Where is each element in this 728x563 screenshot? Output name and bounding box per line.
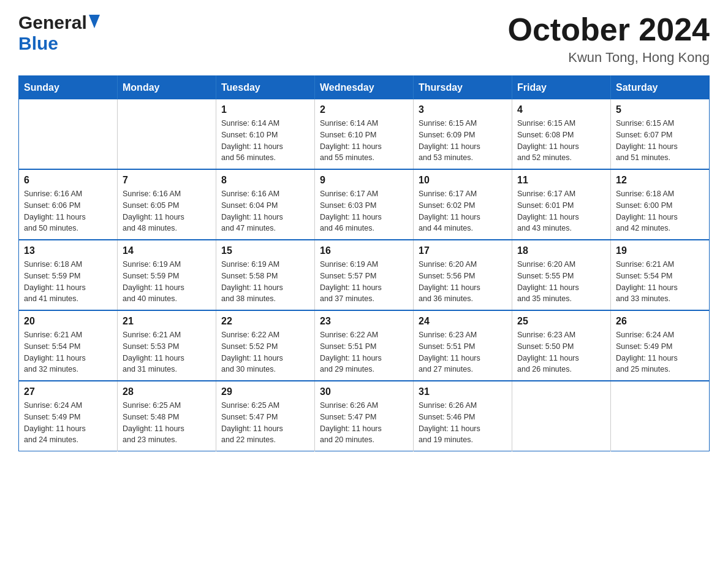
calendar-cell: 19Sunrise: 6:21 AMSunset: 5:54 PMDayligh… — [611, 240, 710, 310]
logo-arrow-icon — [89, 15, 100, 31]
day-number: 14 — [123, 245, 211, 256]
day-number: 24 — [419, 316, 507, 327]
day-info: Sunrise: 6:25 AMSunset: 5:48 PMDaylight:… — [123, 400, 211, 446]
day-info: Sunrise: 6:21 AMSunset: 5:54 PMDaylight:… — [616, 259, 704, 305]
calendar-cell: 22Sunrise: 6:22 AMSunset: 5:52 PMDayligh… — [216, 310, 315, 381]
calendar-cell: 6Sunrise: 6:16 AMSunset: 6:06 PMDaylight… — [19, 169, 118, 240]
day-number: 19 — [616, 245, 704, 256]
day-number: 22 — [221, 316, 309, 327]
day-info: Sunrise: 6:19 AMSunset: 5:58 PMDaylight:… — [221, 259, 309, 305]
day-number: 28 — [123, 386, 211, 397]
day-number: 9 — [320, 175, 408, 186]
calendar-week-row: 6Sunrise: 6:16 AMSunset: 6:06 PMDaylight… — [19, 169, 710, 240]
logo-general-text: General — [18, 12, 87, 33]
day-number: 18 — [517, 245, 605, 256]
calendar-cell: 31Sunrise: 6:26 AMSunset: 5:46 PMDayligh… — [414, 381, 512, 451]
day-info: Sunrise: 6:19 AMSunset: 5:57 PMDaylight:… — [320, 259, 408, 305]
calendar-cell: 2Sunrise: 6:14 AMSunset: 6:10 PMDaylight… — [315, 99, 414, 169]
day-number: 20 — [24, 316, 112, 327]
page-header: General Blue October 2024 Kwun Tong, Hon… — [18, 12, 710, 66]
calendar-cell: 10Sunrise: 6:17 AMSunset: 6:02 PMDayligh… — [414, 169, 512, 240]
calendar-cell: 15Sunrise: 6:19 AMSunset: 5:58 PMDayligh… — [216, 240, 315, 310]
title-block: October 2024 Kwun Tong, Hong Kong — [508, 12, 710, 66]
month-title: October 2024 — [508, 12, 710, 47]
day-info: Sunrise: 6:22 AMSunset: 5:51 PMDaylight:… — [320, 329, 408, 375]
calendar-header: SundayMondayTuesdayWednesdayThursdayFrid… — [19, 76, 710, 100]
calendar-cell: 29Sunrise: 6:25 AMSunset: 5:47 PMDayligh… — [216, 381, 315, 451]
day-info: Sunrise: 6:23 AMSunset: 5:51 PMDaylight:… — [419, 329, 507, 375]
day-number: 13 — [24, 245, 112, 256]
calendar-cell: 16Sunrise: 6:19 AMSunset: 5:57 PMDayligh… — [315, 240, 414, 310]
day-of-week-tuesday: Tuesday — [216, 76, 315, 100]
day-info: Sunrise: 6:18 AMSunset: 6:00 PMDaylight:… — [616, 188, 704, 234]
day-number: 16 — [320, 245, 408, 256]
day-info: Sunrise: 6:19 AMSunset: 5:59 PMDaylight:… — [123, 259, 211, 305]
day-number: 23 — [320, 316, 408, 327]
calendar-cell: 7Sunrise: 6:16 AMSunset: 6:05 PMDaylight… — [118, 169, 216, 240]
day-number: 26 — [616, 316, 704, 327]
day-number: 25 — [517, 316, 605, 327]
day-info: Sunrise: 6:16 AMSunset: 6:05 PMDaylight:… — [123, 188, 211, 234]
days-of-week-row: SundayMondayTuesdayWednesdayThursdayFrid… — [19, 76, 710, 100]
day-of-week-saturday: Saturday — [611, 76, 710, 100]
day-info: Sunrise: 6:24 AMSunset: 5:49 PMDaylight:… — [616, 329, 704, 375]
svg-marker-0 — [89, 15, 100, 28]
day-info: Sunrise: 6:16 AMSunset: 6:04 PMDaylight:… — [221, 188, 309, 234]
calendar-cell — [512, 381, 611, 451]
day-number: 6 — [24, 175, 112, 186]
day-number: 30 — [320, 386, 408, 397]
day-number: 4 — [517, 104, 605, 115]
day-of-week-monday: Monday — [118, 76, 216, 100]
calendar-cell: 11Sunrise: 6:17 AMSunset: 6:01 PMDayligh… — [512, 169, 611, 240]
calendar-cell: 24Sunrise: 6:23 AMSunset: 5:51 PMDayligh… — [414, 310, 512, 381]
day-number: 1 — [221, 104, 309, 115]
day-info: Sunrise: 6:26 AMSunset: 5:46 PMDaylight:… — [419, 400, 507, 446]
day-number: 29 — [221, 386, 309, 397]
day-info: Sunrise: 6:20 AMSunset: 5:56 PMDaylight:… — [419, 259, 507, 305]
logo-blue-text: Blue — [18, 33, 58, 53]
day-of-week-wednesday: Wednesday — [315, 76, 414, 100]
day-number: 11 — [517, 175, 605, 186]
calendar-week-row: 1Sunrise: 6:14 AMSunset: 6:10 PMDaylight… — [19, 99, 710, 169]
day-number: 5 — [616, 104, 704, 115]
day-number: 17 — [419, 245, 507, 256]
day-number: 10 — [419, 175, 507, 186]
calendar-cell: 25Sunrise: 6:23 AMSunset: 5:50 PMDayligh… — [512, 310, 611, 381]
day-info: Sunrise: 6:17 AMSunset: 6:01 PMDaylight:… — [517, 188, 605, 234]
day-info: Sunrise: 6:14 AMSunset: 6:10 PMDaylight:… — [320, 118, 408, 164]
calendar-cell: 21Sunrise: 6:21 AMSunset: 5:53 PMDayligh… — [118, 310, 216, 381]
calendar-week-row: 20Sunrise: 6:21 AMSunset: 5:54 PMDayligh… — [19, 310, 710, 381]
calendar-cell: 20Sunrise: 6:21 AMSunset: 5:54 PMDayligh… — [19, 310, 118, 381]
day-of-week-sunday: Sunday — [19, 76, 118, 100]
calendar-cell: 3Sunrise: 6:15 AMSunset: 6:09 PMDaylight… — [414, 99, 512, 169]
day-info: Sunrise: 6:15 AMSunset: 6:09 PMDaylight:… — [419, 118, 507, 164]
day-of-week-friday: Friday — [512, 76, 611, 100]
day-info: Sunrise: 6:22 AMSunset: 5:52 PMDaylight:… — [221, 329, 309, 375]
day-number: 3 — [419, 104, 507, 115]
day-info: Sunrise: 6:26 AMSunset: 5:47 PMDaylight:… — [320, 400, 408, 446]
calendar-cell — [118, 99, 216, 169]
day-number: 12 — [616, 175, 704, 186]
calendar-cell: 9Sunrise: 6:17 AMSunset: 6:03 PMDaylight… — [315, 169, 414, 240]
day-number: 27 — [24, 386, 112, 397]
calendar-cell: 8Sunrise: 6:16 AMSunset: 6:04 PMDaylight… — [216, 169, 315, 240]
logo: General Blue — [18, 12, 100, 54]
day-info: Sunrise: 6:18 AMSunset: 5:59 PMDaylight:… — [24, 259, 112, 305]
calendar-cell: 23Sunrise: 6:22 AMSunset: 5:51 PMDayligh… — [315, 310, 414, 381]
day-number: 21 — [123, 316, 211, 327]
calendar-cell: 26Sunrise: 6:24 AMSunset: 5:49 PMDayligh… — [611, 310, 710, 381]
day-info: Sunrise: 6:20 AMSunset: 5:55 PMDaylight:… — [517, 259, 605, 305]
day-number: 8 — [221, 175, 309, 186]
day-of-week-thursday: Thursday — [414, 76, 512, 100]
day-info: Sunrise: 6:17 AMSunset: 6:02 PMDaylight:… — [419, 188, 507, 234]
calendar-table: SundayMondayTuesdayWednesdayThursdayFrid… — [18, 75, 710, 451]
calendar-cell: 28Sunrise: 6:25 AMSunset: 5:48 PMDayligh… — [118, 381, 216, 451]
calendar-cell: 17Sunrise: 6:20 AMSunset: 5:56 PMDayligh… — [414, 240, 512, 310]
day-info: Sunrise: 6:17 AMSunset: 6:03 PMDaylight:… — [320, 188, 408, 234]
calendar-cell: 1Sunrise: 6:14 AMSunset: 6:10 PMDaylight… — [216, 99, 315, 169]
calendar-cell: 12Sunrise: 6:18 AMSunset: 6:00 PMDayligh… — [611, 169, 710, 240]
calendar-cell: 30Sunrise: 6:26 AMSunset: 5:47 PMDayligh… — [315, 381, 414, 451]
day-number: 7 — [123, 175, 211, 186]
day-info: Sunrise: 6:23 AMSunset: 5:50 PMDaylight:… — [517, 329, 605, 375]
day-number: 15 — [221, 245, 309, 256]
